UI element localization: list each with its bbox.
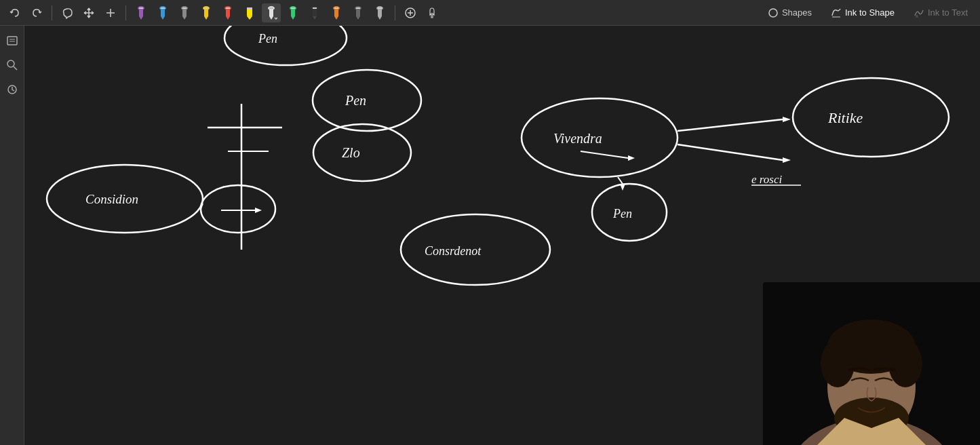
webcam-person [763, 282, 980, 445]
svg-rect-30 [291, 7, 295, 9]
pen4-button[interactable] [370, 3, 389, 22]
svg-text:e rosci: e rosci [751, 173, 782, 186]
svg-marker-6 [161, 16, 165, 20]
move-tool-button[interactable] [79, 3, 98, 22]
ink-to-shape-label: Ink to Shape [845, 7, 895, 18]
svg-text:Pen: Pen [612, 207, 632, 220]
svg-rect-11 [182, 7, 187, 9]
svg-marker-37 [334, 16, 338, 20]
svg-rect-28 [291, 8, 295, 16]
svg-point-92 [821, 340, 855, 387]
svg-rect-22 [247, 7, 252, 9]
svg-rect-36 [334, 8, 338, 16]
red-pen-button[interactable] [218, 3, 237, 22]
svg-marker-41 [356, 16, 360, 20]
svg-marker-2 [139, 16, 143, 20]
svg-marker-25 [269, 16, 273, 20]
undo-button[interactable] [5, 3, 24, 22]
webcam-overlay [763, 282, 980, 445]
svg-rect-32 [313, 8, 317, 16]
pen3-button[interactable] [349, 3, 368, 22]
sidebar-history-button[interactable] [3, 80, 22, 99]
sidebar-pages-button[interactable] [3, 31, 22, 50]
svg-rect-9 [182, 8, 187, 16]
black-pen-button[interactable] [305, 3, 324, 22]
lasso-tool-button[interactable] [58, 3, 77, 22]
shapes-label: Shapes [782, 7, 812, 18]
svg-rect-13 [204, 8, 208, 16]
add-tool-button[interactable] [101, 3, 120, 22]
redo-button[interactable] [27, 3, 46, 22]
svg-marker-29 [291, 16, 295, 20]
ink-to-shape-button[interactable]: Ink to Shape [824, 5, 901, 20]
svg-text:Pen: Pen [345, 93, 366, 108]
touch-mode-button[interactable] [423, 3, 442, 22]
svg-rect-17 [226, 8, 230, 16]
white-pen-button[interactable] [262, 3, 281, 22]
sidebar-search-button[interactable] [3, 56, 22, 75]
svg-rect-26 [269, 7, 273, 9]
svg-text:Ritike: Ritike [827, 109, 863, 126]
toolbar-right: Shapes Ink to Shape A Ink to Text [761, 5, 975, 20]
green-pen-button[interactable] [283, 3, 302, 22]
svg-rect-3 [139, 7, 143, 9]
purple-pen-button[interactable] [132, 3, 151, 22]
ink-to-text-button[interactable]: A Ink to Text [907, 5, 975, 20]
svg-point-93 [888, 340, 922, 387]
gray-pen-button[interactable] [175, 3, 194, 22]
svg-point-51 [7, 60, 14, 67]
svg-rect-15 [204, 7, 208, 9]
svg-rect-46 [378, 7, 382, 9]
svg-text:Considion: Considion [85, 192, 138, 206]
svg-rect-24 [269, 8, 273, 16]
svg-rect-38 [334, 7, 338, 9]
yellow-pen-button[interactable] [197, 3, 216, 22]
svg-rect-40 [356, 8, 360, 16]
canvas[interactable]: Pen Pen Zlo Considion Vivendra [24, 26, 980, 445]
svg-marker-14 [204, 16, 208, 20]
svg-text:Vivendra: Vivendra [553, 131, 602, 146]
svg-marker-10 [182, 16, 187, 20]
highlight-yellow-button[interactable] [240, 3, 259, 22]
shapes-button[interactable]: Shapes [761, 5, 819, 20]
svg-rect-7 [161, 7, 165, 9]
svg-rect-50 [7, 37, 17, 45]
svg-marker-18 [226, 16, 230, 20]
svg-rect-5 [161, 8, 165, 16]
svg-rect-44 [378, 8, 382, 16]
add-circle-button[interactable] [401, 3, 420, 22]
toolbar: Shapes Ink to Shape A Ink to Text [0, 0, 980, 26]
blue-pen-button[interactable] [153, 3, 172, 22]
divider-2 [125, 5, 126, 20]
pen2-button[interactable] [327, 3, 346, 22]
svg-text:Pen: Pen [258, 32, 277, 45]
svg-rect-1 [139, 8, 143, 16]
ink-to-text-label: Ink to Text [928, 7, 968, 18]
svg-rect-42 [356, 7, 360, 9]
svg-point-48 [769, 9, 777, 17]
svg-marker-45 [378, 16, 382, 20]
svg-text:A: A [916, 14, 918, 18]
divider-1 [52, 5, 52, 20]
svg-text:Zlo: Zlo [342, 145, 360, 160]
svg-rect-34 [313, 7, 317, 9]
svg-rect-19 [226, 7, 230, 9]
svg-marker-21 [247, 16, 252, 20]
svg-marker-33 [313, 16, 317, 20]
divider-3 [395, 5, 395, 20]
svg-text:Consrdenot: Consrdenot [425, 244, 482, 258]
sidebar [0, 26, 24, 445]
